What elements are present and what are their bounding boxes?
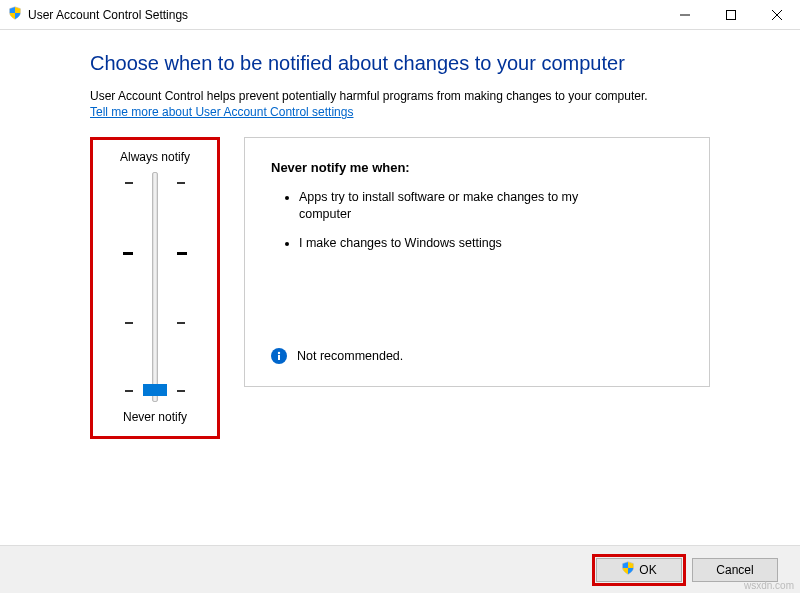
svg-rect-5 [278, 355, 280, 360]
slider-label-always: Always notify [103, 150, 207, 164]
slider-thumb[interactable] [143, 384, 167, 396]
close-button[interactable] [754, 0, 800, 30]
info-icon [271, 348, 287, 364]
dialog-button-bar: OK Cancel [0, 545, 800, 593]
shield-icon [8, 6, 22, 23]
page-heading: Choose when to be notified about changes… [90, 52, 710, 75]
description-title: Never notify me when: [271, 160, 683, 175]
window-title: User Account Control Settings [28, 8, 188, 22]
watermark: wsxdn.com [744, 580, 794, 591]
content-area: Choose when to be notified about changes… [0, 30, 800, 439]
help-link[interactable]: Tell me more about User Account Control … [90, 105, 353, 119]
svg-point-4 [278, 352, 280, 354]
cancel-button-label: Cancel [716, 563, 753, 577]
cancel-button[interactable]: Cancel [692, 558, 778, 582]
page-subtext: User Account Control helps prevent poten… [90, 89, 710, 103]
shield-icon [621, 561, 635, 578]
slider-label-never: Never notify [103, 410, 207, 424]
titlebar: User Account Control Settings [0, 0, 800, 30]
recommendation-text: Not recommended. [297, 349, 403, 363]
description-bullet: I make changes to Windows settings [299, 235, 629, 252]
maximize-button[interactable] [708, 0, 754, 30]
notification-slider-panel: Always notify Never notify [90, 137, 220, 439]
notification-slider[interactable] [115, 172, 195, 402]
svg-rect-1 [727, 10, 736, 19]
ok-button[interactable]: OK [596, 558, 682, 582]
description-bullet: Apps try to install software or make cha… [299, 189, 629, 223]
minimize-button[interactable] [662, 0, 708, 30]
ok-button-label: OK [639, 563, 656, 577]
description-panel: Never notify me when: Apps try to instal… [244, 137, 710, 387]
